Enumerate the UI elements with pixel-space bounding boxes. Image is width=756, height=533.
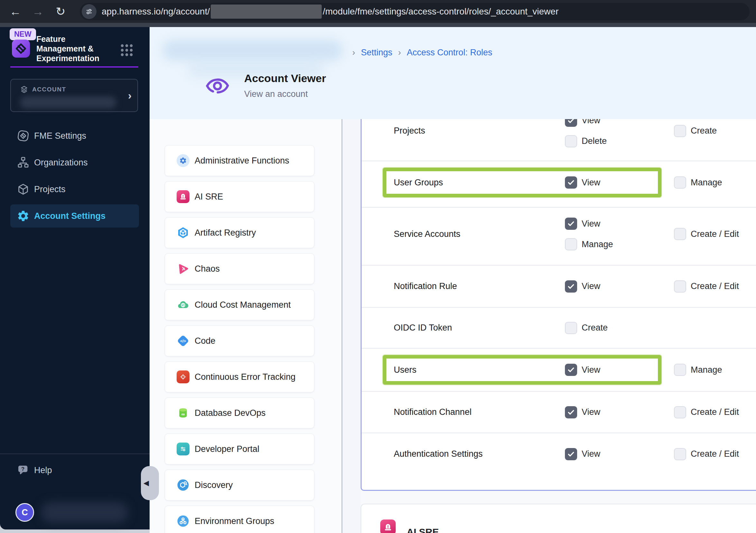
category-label: Developer Portal [195, 444, 259, 454]
checkbox-projects-view[interactable] [565, 119, 577, 127]
permission-option-label: Create / Edit [691, 449, 739, 459]
permission-column-1: View [565, 280, 674, 293]
collapse-left-triangle-icon: ◀ [144, 479, 149, 487]
permission-row-users: UsersViewManage [362, 349, 756, 392]
category-card-continuous-error-tracking[interactable]: Continuous Error Tracking [165, 361, 314, 392]
permission-column-1: View [565, 406, 674, 418]
sidebar-item-help[interactable]: ? Help [10, 459, 113, 482]
resource-label: Notification Rule [394, 281, 565, 291]
help-label: Help [34, 465, 52, 475]
permission-option-label: Manage [691, 178, 722, 188]
org-chart-icon [17, 156, 30, 169]
checkbox-oidc-id-token-create[interactable] [565, 322, 577, 334]
permission-option-notification-rule-view: View [565, 280, 674, 293]
permission-option-label: View [581, 178, 600, 188]
browser-toolbar: ← → ↻ app.harness.io/ng/account//module/… [0, 0, 756, 23]
category-card-chaos[interactable]: Chaos [165, 253, 314, 284]
category-label: Environment Groups [195, 516, 274, 526]
sidebar-item-projects[interactable]: Projects [10, 178, 139, 201]
permission-column-1: ViewManage [565, 217, 674, 250]
sidebar-collapse-handle[interactable]: ◀ [141, 466, 159, 500]
permission-column-2: Manage [674, 176, 756, 189]
breadcrumb-link-access-control-roles[interactable]: Access Control: Roles [407, 48, 493, 58]
checkbox-users-view[interactable] [565, 364, 577, 376]
app-root: ← → ↻ app.harness.io/ng/account//module/… [0, 0, 756, 533]
permission-option-service-accounts-view: View [565, 217, 674, 230]
sidebar-footer-divider [0, 454, 149, 454]
avatar[interactable]: C [15, 503, 34, 522]
category-label: Chaos [195, 264, 220, 274]
permission-option-label: Delete [581, 136, 607, 146]
resource-category-list: Administrative FunctionsAI SREArtifact R… [165, 145, 314, 533]
sidebar-item-label: Projects [34, 184, 66, 194]
checkbox-notification-channel-create-edit[interactable] [674, 406, 686, 418]
sidebar-item-fme-settings[interactable]: FME Settings [10, 124, 139, 147]
category-card-database-devops[interactable]: ∞Database DevOps [165, 398, 314, 428]
new-badge: NEW [10, 28, 36, 40]
gear-icon [17, 210, 30, 222]
permission-row-authentication-settings: Authentication SettingsViewCreate / Edit [362, 433, 756, 491]
permission-row-inner: User GroupsViewManage [362, 160, 756, 205]
breadcrumb-link-settings[interactable]: Settings [361, 48, 392, 58]
permission-row-user-groups: User GroupsViewManage [362, 161, 756, 208]
database-infinity-icon: ∞ [176, 407, 189, 419]
siren-icon [176, 190, 189, 203]
permission-column-1: View [565, 176, 674, 189]
checkbox-notification-channel-view[interactable] [565, 406, 577, 418]
category-card-administrative-functions[interactable]: Administrative Functions [165, 145, 314, 176]
checkbox-notification-rule-view[interactable] [565, 280, 577, 293]
category-card-discovery[interactable]: Discovery [165, 470, 314, 500]
permission-option-oidc-id-token-create: Create [565, 322, 674, 334]
hexagon-network-icon [176, 515, 189, 527]
crosshair-icon [176, 371, 189, 383]
permission-column-1: View [565, 448, 674, 460]
permission-row-notification-rule: Notification RuleViewCreate / Edit [362, 266, 756, 308]
account-switcher[interactable]: ACCOUNT › [10, 79, 138, 112]
address-bar[interactable]: app.harness.io/ng/account//module/fme/se… [80, 3, 749, 20]
resource-label: Users [394, 365, 565, 375]
permission-option-label: Create / Edit [691, 281, 739, 291]
checkbox-service-accounts-view[interactable] [565, 217, 577, 230]
permission-option-label: View [581, 119, 600, 126]
site-settings-icon[interactable] [82, 4, 96, 19]
page-subtitle: View an account [244, 89, 326, 99]
category-card-cloud-cost-management[interactable]: $Cloud Cost Management [165, 289, 314, 320]
checkbox-notification-rule-create-edit[interactable] [674, 280, 686, 293]
svg-text:$: $ [182, 303, 184, 307]
chaos-triangle-icon [176, 262, 189, 275]
category-card-artifact-registry[interactable]: Artifact Registry [165, 217, 314, 248]
category-card-code[interactable]: </>Code [165, 325, 314, 356]
permission-option-user-groups-view: View [565, 176, 674, 189]
checkbox-authentication-settings-create-edit[interactable] [674, 448, 686, 460]
fme-product-logo-icon[interactable] [12, 40, 30, 58]
browser-reload-icon[interactable]: ↻ [52, 3, 69, 20]
permission-option-label: Create [581, 323, 608, 333]
checkbox-projects-create[interactable] [674, 125, 686, 137]
category-card-developer-portal[interactable]: Developer Portal [165, 434, 314, 464]
checkbox-users-manage[interactable] [674, 364, 686, 376]
permission-option-users-manage: Manage [674, 364, 756, 376]
circuit-icon [176, 442, 189, 456]
category-label: Cloud Cost Management [195, 300, 291, 310]
checkbox-user-groups-manage[interactable] [674, 176, 686, 189]
permission-row-service-accounts: Service AccountsViewManageCreate / Edit [362, 208, 756, 266]
checkbox-authentication-settings-view[interactable] [565, 448, 577, 460]
checkbox-projects-delete[interactable] [565, 135, 577, 147]
page-header: › Settings › Access Control: Roles Accou… [149, 27, 756, 119]
role-permissions-card: ProjectsViewDeleteCreateUser GroupsViewM… [361, 119, 756, 491]
browser-back-icon[interactable]: ← [7, 3, 24, 20]
permission-option-notification-channel-create-edit: Create / Edit [674, 406, 756, 418]
category-label: Artifact Registry [195, 228, 256, 238]
module-switcher-grid-icon[interactable] [120, 43, 134, 57]
browser-forward-icon[interactable]: → [30, 3, 46, 20]
category-card-environment-groups[interactable]: Environment Groups [165, 506, 314, 533]
checkbox-service-accounts-create-edit[interactable] [674, 228, 686, 240]
layers-icon [20, 85, 28, 94]
sidebar-item-organizations[interactable]: Organizations [10, 151, 139, 174]
cube-icon [17, 183, 30, 196]
category-card-ai-sre[interactable]: AI SRE [165, 181, 314, 212]
checkbox-user-groups-view[interactable] [565, 176, 577, 189]
sidebar-item-account-settings[interactable]: Account Settings [10, 204, 139, 228]
checkbox-service-accounts-manage[interactable] [565, 238, 577, 250]
user-profile[interactable]: C [15, 502, 128, 523]
